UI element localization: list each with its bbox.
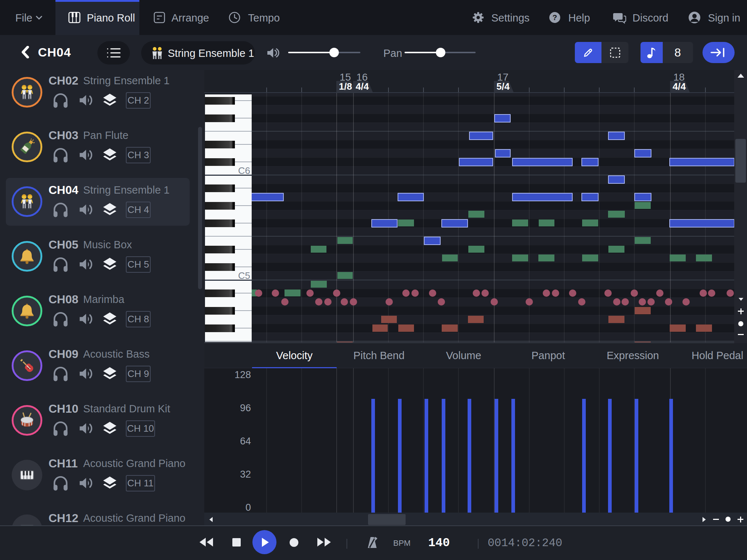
- svg-text:?: ?: [553, 13, 557, 22]
